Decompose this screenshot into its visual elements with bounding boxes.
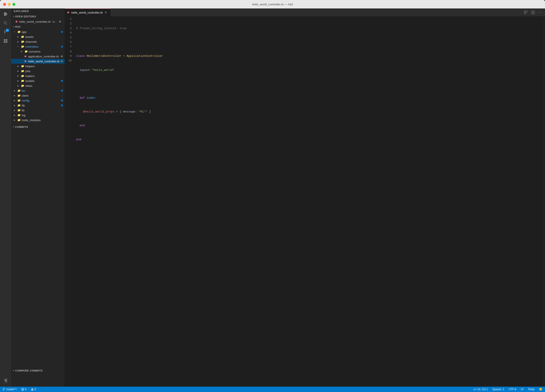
ruby-dot-icon <box>16 21 17 23</box>
tree-item-controllers[interactable]: ▾ 📁 controllers <box>11 44 65 49</box>
tree-item-bin[interactable]: ▶ 📁 bin <box>11 88 65 93</box>
source-control-badge: 10 <box>6 29 9 32</box>
application-controller-badge: M <box>61 55 63 58</box>
tree-item-assets[interactable]: ▶ 📁 assets <box>11 34 65 39</box>
errors-status[interactable]: 0 <box>20 387 27 392</box>
tree-item-concerns[interactable]: ▶ 📁 concerns <box>11 49 65 54</box>
views-arrow: ▶ <box>17 85 21 87</box>
tree-item-lib[interactable]: ▶ 📁 lib <box>11 108 65 113</box>
svg-rect-14 <box>524 11 526 12</box>
open-editor-path: ap... <box>52 20 57 23</box>
concerns-label: concerns <box>29 50 65 53</box>
encoding-label: UTF-8 <box>509 388 516 391</box>
explorer-header[interactable]: EXPLORER <box>11 8 65 14</box>
svg-point-26 <box>32 390 32 391</box>
tree-item-mailers[interactable]: ▶ 📁 mailers <box>11 74 65 78</box>
minimize-button[interactable] <box>8 3 11 6</box>
compare-commits-header[interactable]: ▾ COMPARE COMMITS <box>11 368 65 373</box>
svg-point-21 <box>3 390 4 391</box>
tree-item-models[interactable]: ▶ 📁 models <box>11 78 65 83</box>
tree-item-application-controller[interactable]: application_controller.rb M <box>11 54 65 59</box>
branch-icon <box>3 388 5 391</box>
open-editors-header[interactable]: ▾ OPEN EDITORS <box>11 14 65 19</box>
helpers-arrow: ▶ <box>17 65 21 67</box>
folder-icon-controllers: 📁 <box>21 45 24 48</box>
app-arrow: ▾ <box>14 31 17 33</box>
tab-bar: hello_world_controller.rb ✕ <box>65 8 545 17</box>
tree-item-jobs[interactable]: ▶ 📁 jobs <box>11 69 65 74</box>
bin-label: bin <box>22 89 61 92</box>
controllers-arrow: ▾ <box>17 45 21 48</box>
code-line-6: def index <box>76 96 544 100</box>
settings-activity-icon[interactable] <box>1 378 10 386</box>
status-left: master*+ 0 0 <box>2 387 37 392</box>
code-line-5 <box>76 82 544 86</box>
log-arrow: ▶ <box>14 114 17 116</box>
code-line-10 <box>76 151 544 156</box>
tree-item-client[interactable]: ▶ 📁 client <box>11 93 65 98</box>
line-ending-status[interactable]: LF <box>520 387 525 392</box>
mailers-label: mailers <box>25 74 65 78</box>
position-status[interactable]: Ln 10, Col 1 <box>473 387 489 392</box>
code-line-7: @hello_world_props = { message: "Hi!" } <box>76 110 544 114</box>
svg-rect-11 <box>6 39 7 41</box>
tree-item-db[interactable]: ▶ 📁 db <box>11 103 65 108</box>
jobs-label: jobs <box>25 69 65 73</box>
tree-item-app[interactable]: ▾ 📁 app <box>11 29 65 34</box>
tab-hello-world-controller[interactable]: hello_world_controller.rb ✕ <box>65 8 111 16</box>
search-activity-icon[interactable] <box>1 19 10 27</box>
compare-commits-section <box>11 373 65 387</box>
split-editor-button[interactable] <box>530 9 536 16</box>
language-status[interactable]: Ruby <box>527 387 535 392</box>
channels-label: channels <box>25 40 65 43</box>
line-num-7: 7 <box>68 45 72 49</box>
lib-arrow: ▶ <box>14 109 17 111</box>
more-actions-button[interactable]: ⋯ <box>537 9 543 16</box>
svg-point-8 <box>4 33 5 34</box>
tree-item-config[interactable]: ▶ 📁 config <box>11 98 65 103</box>
encoding-status[interactable]: UTF-8 <box>508 387 517 392</box>
folder-icon: 📁 <box>17 30 21 33</box>
client-label: client <box>22 94 65 97</box>
tree-item-hello-world-controller[interactable]: hello_world_controller.rb M <box>11 59 65 64</box>
app-label: app <box>22 30 61 34</box>
ruby-file-icon-2 <box>25 60 27 63</box>
svg-line-5 <box>6 24 7 25</box>
open-editor-item[interactable]: hello_world_controller.rb ap... M <box>11 19 65 24</box>
branch-status[interactable]: master*+ <box>2 387 18 392</box>
log-label: log <box>22 114 65 117</box>
maximize-button[interactable] <box>12 3 15 6</box>
tree-item-log[interactable]: ▶ 📁 log <box>11 113 65 118</box>
code-content[interactable]: # frozen_string_literal: true class Hell… <box>75 17 544 387</box>
folder-icon-mailers: 📁 <box>21 74 24 78</box>
extensions-activity-icon[interactable] <box>1 37 10 45</box>
warnings-status[interactable]: 0 <box>30 387 37 392</box>
hello-world-controller-label: hello_world_controller.rb <box>28 60 61 63</box>
tab-close-button[interactable]: ✕ <box>104 11 108 14</box>
minimap <box>544 17 545 387</box>
folder-icon-helpers: 📁 <box>21 65 24 68</box>
tree-item-helpers[interactable]: ▶ 📁 helpers <box>11 64 65 69</box>
tree-item-views[interactable]: ▶ 📁 views <box>11 83 65 88</box>
smiley-status[interactable]: 😊 <box>538 387 543 392</box>
code-editor[interactable]: 1 2 3 4 5 6 7 8 9 10 # frozen_string_lit… <box>65 17 545 387</box>
source-control-activity-icon[interactable]: 10 <box>1 28 10 36</box>
svg-rect-12 <box>4 41 5 43</box>
window-controls <box>3 3 15 6</box>
project-header[interactable]: ▾ HA3 <box>11 24 65 29</box>
sidebar: EXPLORER ▾ OPEN EDITORS hello_world_cont… <box>11 8 65 387</box>
line-num-8: 8 <box>68 49 72 54</box>
lib-label: lib <box>22 109 65 112</box>
tree-item-channels[interactable]: ▶ 📁 channels <box>11 39 65 44</box>
svg-point-6 <box>4 31 5 31</box>
commits-header[interactable]: ▾ COMMITS <box>11 124 65 130</box>
line-num-2: 2 <box>68 22 72 26</box>
svg-rect-15 <box>526 11 527 12</box>
warnings-icon <box>31 388 34 391</box>
spaces-status[interactable]: Spaces: 2 <box>491 387 505 392</box>
close-button[interactable] <box>3 3 6 6</box>
db-label: db <box>22 104 61 107</box>
explorer-activity-icon[interactable] <box>1 10 10 18</box>
open-editors-button[interactable] <box>523 9 529 16</box>
tree-item-node-modules[interactable]: ▶ 📁 node_modules <box>11 118 65 122</box>
